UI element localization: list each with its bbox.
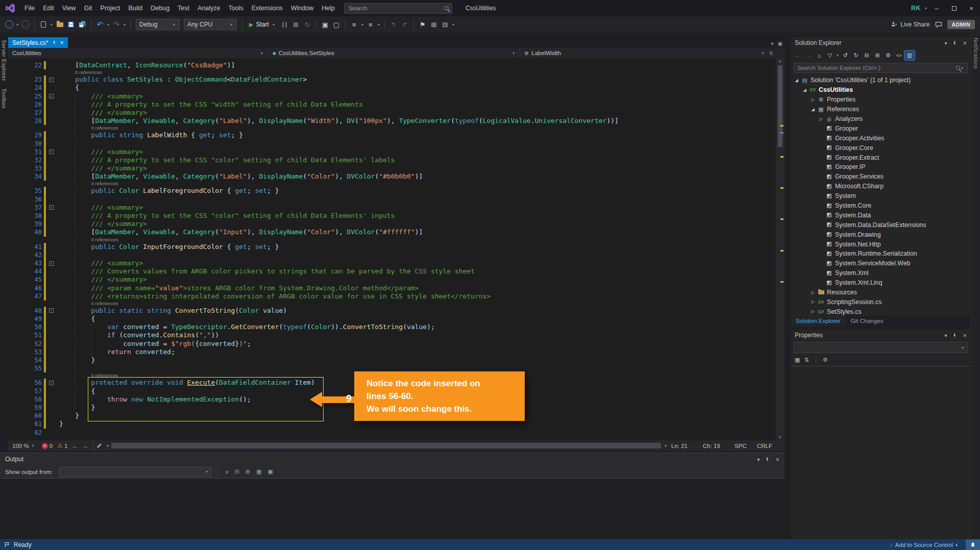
breakpoint-gutter[interactable] bbox=[8, 140, 19, 148]
horizontal-scrollbar[interactable]: ◄ ► bbox=[104, 440, 669, 451]
fold-column[interactable] bbox=[47, 228, 55, 236]
code-line-52[interactable]: 52 converted = $"rgb({converted})"; bbox=[8, 340, 785, 348]
fold-column[interactable] bbox=[47, 284, 55, 292]
clear-all-icon[interactable]: ⊟ bbox=[233, 468, 241, 475]
fold-column[interactable] bbox=[47, 356, 55, 364]
misc-tool-button[interactable]: ⊟ bbox=[440, 19, 450, 30]
tree-item-grooper-core[interactable]: Grooper.Core bbox=[791, 143, 971, 153]
breakpoint-gutter[interactable] bbox=[8, 331, 19, 339]
tree-item-grooper-activities[interactable]: Grooper.Activities bbox=[791, 133, 971, 143]
breakpoint-gutter[interactable] bbox=[8, 395, 19, 404]
tab-solution-explorer[interactable]: Solution Explorer bbox=[791, 315, 846, 327]
breadcrumb-type[interactable]: ◆ CssUtilities.SetStyles ▾ bbox=[268, 48, 520, 58]
collapse-region-icon[interactable]: - bbox=[49, 261, 54, 266]
tree-item-system[interactable]: System bbox=[791, 191, 971, 201]
code-line-35[interactable]: 35 public Color LabelForegroundColor { g… bbox=[8, 187, 785, 195]
line-number[interactable]: 33 bbox=[19, 164, 42, 172]
collapsed-icon[interactable]: ▷ bbox=[809, 290, 817, 295]
line-number[interactable]: 44 bbox=[19, 267, 42, 276]
categorized-view-icon[interactable]: ▦ bbox=[795, 357, 800, 363]
tree-item-cssutilities[interactable]: ◢C#CssUtilities bbox=[791, 85, 971, 95]
back-caret-icon[interactable]: ▾ bbox=[15, 22, 19, 27]
line-number[interactable]: 57 bbox=[19, 387, 42, 395]
tree-item-system-drawing[interactable]: System.Drawing bbox=[791, 230, 971, 239]
codelens-references[interactable]: 0 references bbox=[8, 181, 785, 187]
line-number[interactable]: 61 bbox=[19, 420, 42, 428]
breakpoint-gutter[interactable] bbox=[8, 228, 19, 236]
fold-column[interactable] bbox=[47, 404, 55, 412]
document-well-options-icon[interactable]: ▣ bbox=[778, 41, 782, 46]
tab-close-icon[interactable]: × bbox=[60, 39, 64, 46]
breakpoint-gutter[interactable] bbox=[8, 387, 19, 395]
breakpoint-gutter[interactable] bbox=[8, 195, 19, 204]
copy-output-icon[interactable]: ▣ bbox=[266, 468, 275, 475]
collapse-region-icon[interactable]: - bbox=[49, 205, 54, 210]
menu-item-test[interactable]: Test bbox=[174, 0, 193, 16]
breakpoint-gutter[interactable] bbox=[8, 220, 19, 228]
output-content[interactable] bbox=[0, 479, 785, 539]
code-line-29[interactable]: 29 public string LabelWidth { get; set; … bbox=[8, 131, 785, 139]
server-explorer-tab[interactable]: Server Explorer bbox=[1, 40, 7, 81]
stop-button[interactable] bbox=[291, 19, 301, 30]
line-number[interactable]: 51 bbox=[19, 331, 42, 339]
avatar-caret-icon[interactable]: ▾ bbox=[924, 6, 928, 11]
breadcrumb-member[interactable]: ⚙ LabelWidth ▾ bbox=[520, 48, 769, 58]
line-number[interactable]: 42 bbox=[19, 251, 42, 259]
collapse-region-icon[interactable]: - bbox=[49, 149, 54, 154]
breakpoint-gutter[interactable] bbox=[8, 420, 19, 428]
breakpoint-gutter[interactable] bbox=[8, 259, 19, 267]
breakpoint-gutter[interactable] bbox=[8, 276, 19, 284]
tree-item-resources[interactable]: ▷Resources bbox=[791, 288, 971, 297]
refresh-icon[interactable]: ↻ bbox=[851, 51, 861, 60]
line-number[interactable]: 32 bbox=[19, 156, 42, 164]
window-position-caret-icon[interactable]: ▾ bbox=[944, 333, 947, 338]
breakpoint-gutter[interactable] bbox=[8, 156, 19, 164]
collapse-region-icon[interactable]: - bbox=[49, 94, 54, 98]
collapsed-icon[interactable]: ▷ bbox=[809, 299, 817, 304]
line-number[interactable]: 58 bbox=[19, 395, 42, 404]
tree-item-scriptingsession-cs[interactable]: ▷C#ScriptingSession.cs bbox=[791, 297, 971, 307]
solution-explorer-header[interactable]: Solution Explorer ▾ × bbox=[791, 37, 971, 48]
line-number[interactable]: 46 bbox=[19, 284, 42, 292]
breakpoint-gutter[interactable] bbox=[8, 84, 19, 92]
fold-column[interactable] bbox=[47, 276, 55, 284]
code-line-53[interactable]: 53 return converted; bbox=[8, 348, 785, 356]
breakpoint-gutter[interactable] bbox=[8, 292, 19, 301]
view-code-icon[interactable]: <> bbox=[894, 51, 904, 60]
breakpoint-gutter[interactable] bbox=[8, 76, 19, 84]
breakpoint-gutter[interactable] bbox=[8, 251, 19, 259]
pin-icon[interactable] bbox=[952, 40, 958, 46]
tree-item-system-runtime-serialization[interactable]: System.Runtime.Serialization bbox=[791, 249, 971, 259]
tree-item-grooper[interactable]: Grooper bbox=[791, 123, 971, 133]
breadcrumb-project[interactable]: CssUtilities ▾ bbox=[8, 48, 268, 58]
expanded-icon[interactable]: ◢ bbox=[793, 78, 800, 83]
line-number[interactable]: 43 bbox=[19, 259, 42, 267]
fold-column[interactable] bbox=[47, 395, 55, 404]
home-icon[interactable]: ⌂ bbox=[814, 51, 824, 60]
breakpoint-gutter[interactable] bbox=[8, 340, 19, 348]
fold-column[interactable] bbox=[47, 340, 55, 348]
fold-column[interactable] bbox=[47, 187, 55, 195]
fold-column[interactable] bbox=[47, 164, 55, 172]
breakpoint-gutter[interactable] bbox=[8, 267, 19, 276]
properties-icon[interactable]: ⚙ bbox=[883, 51, 893, 60]
property-pages-icon[interactable]: ⚙ bbox=[823, 357, 828, 363]
code-line-40[interactable]: 40 [DataMember, Viewable, Category("Inpu… bbox=[8, 228, 785, 236]
fold-column[interactable] bbox=[47, 251, 55, 259]
properties-header[interactable]: Properties ▾ × bbox=[791, 330, 971, 341]
line-number[interactable]: 26 bbox=[19, 101, 42, 109]
breakpoint-gutter[interactable] bbox=[8, 109, 19, 117]
output-source-dropdown[interactable]: ▾ bbox=[59, 467, 212, 477]
breakpoint-gutter[interactable] bbox=[8, 315, 19, 323]
fold-column[interactable] bbox=[47, 412, 55, 420]
goto-message-icon[interactable]: ≡ bbox=[224, 469, 230, 475]
menu-item-file[interactable]: File bbox=[20, 0, 39, 16]
breakpoint-gutter[interactable] bbox=[8, 92, 19, 101]
show-all-files-icon[interactable]: ⊞ bbox=[872, 51, 883, 60]
code-line-38[interactable]: 38 /// A property to set the CSS "color"… bbox=[8, 212, 785, 220]
expanded-icon[interactable]: ◢ bbox=[809, 107, 817, 112]
new-file-button[interactable] bbox=[38, 19, 48, 30]
code-line-42[interactable]: 42 bbox=[8, 251, 785, 259]
add-to-source-control-button[interactable]: ↑ Add to Source Control ▴ bbox=[890, 542, 958, 548]
se-back-icon[interactable]: ← bbox=[793, 51, 803, 60]
